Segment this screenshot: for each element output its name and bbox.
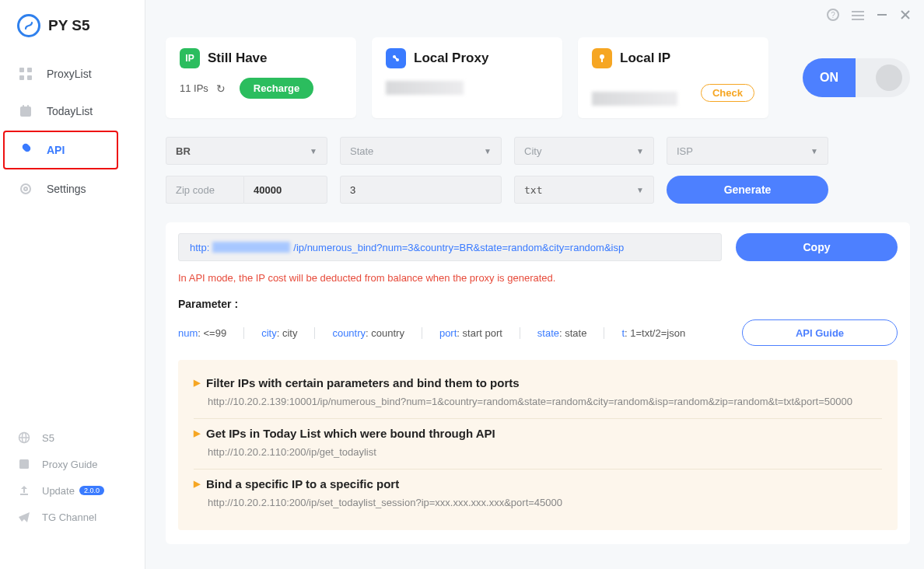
check-button[interactable]: Check — [701, 84, 754, 102]
chevron-down-icon: ▼ — [484, 147, 492, 155]
logo-icon — [17, 14, 40, 37]
refresh-icon[interactable]: ↻ — [216, 82, 226, 95]
api-guide-button[interactable]: API Guide — [742, 319, 898, 346]
toggle-knob — [876, 65, 902, 91]
svg-rect-5 — [20, 106, 31, 110]
main-area: ? IP Still Have 11 IPs ↻ Recharge Local … — [145, 0, 924, 569]
format-select[interactable]: txt ▼ — [514, 176, 654, 204]
sidebar-item-label: TodayList — [47, 105, 93, 117]
bottom-item-proxyguide[interactable]: Proxy Guide — [0, 451, 145, 477]
accordion-url: http://10.20.2.110:200/ip/get_todaylist — [208, 446, 882, 458]
triangle-right-icon: ▶ — [194, 428, 200, 438]
bottom-item-update[interactable]: Update 2.0.0 — [0, 477, 145, 504]
bottom-item-label: S5 — [42, 432, 54, 444]
help-icon[interactable]: ? — [826, 8, 840, 26]
svg-rect-14 — [20, 494, 28, 495]
api-url-display[interactable]: http:/ip/numerous_bind?num=3&country=BR&… — [178, 233, 722, 261]
accordion-toggle[interactable]: ▶ Get IPs in Today List which were bound… — [194, 427, 882, 440]
bottom-item-label: TG Channel — [42, 511, 96, 523]
country-value: BR — [176, 145, 191, 157]
sidebar-item-proxylist[interactable]: ProxyList — [0, 56, 121, 92]
url-suffix: /ip/numerous_bind?num=3&country=BR&state… — [293, 242, 624, 253]
isp-placeholder: ISP — [677, 145, 693, 157]
pin-icon — [592, 48, 612, 68]
svg-rect-3 — [27, 75, 32, 80]
url-prefix: http: — [190, 242, 209, 253]
upload-icon — [17, 483, 31, 497]
bottom-item-label: Update — [42, 485, 75, 497]
app-name: PY S5 — [48, 17, 90, 34]
accordion-url: http://10.20.2.110:200/ip/set_todaylist_… — [208, 497, 882, 508]
update-badge: 2.0.0 — [79, 486, 104, 495]
bottom-item-tgchannel[interactable]: TG Channel — [0, 504, 145, 530]
ips-count: 11 IPs — [180, 82, 208, 94]
bottom-item-s5[interactable]: S5 — [0, 424, 145, 451]
svg-rect-1 — [27, 68, 32, 72]
accordion-toggle[interactable]: ▶ Filter IPs with certain parameters and… — [194, 376, 882, 389]
master-toggle-wrap: ON — [803, 37, 910, 118]
close-icon[interactable] — [899, 9, 912, 25]
minimize-icon[interactable] — [876, 9, 888, 25]
count-input[interactable] — [350, 184, 492, 196]
isp-select[interactable]: ISP ▼ — [667, 137, 828, 165]
state-select[interactable]: State ▼ — [340, 137, 502, 165]
chevron-down-icon: ▼ — [310, 147, 317, 155]
accordion-item: ▶ Bind a specific IP to a specific port … — [194, 469, 882, 519]
bottom-item-label: Proxy Guide — [42, 459, 98, 470]
accordion-title: Get IPs in Today List which were bound t… — [206, 427, 495, 440]
svg-rect-7 — [27, 105, 29, 108]
api-examples: ▶ Filter IPs with certain parameters and… — [178, 360, 898, 530]
sidebar-item-api[interactable]: API — [3, 131, 118, 169]
svg-point-8 — [21, 184, 30, 194]
filter-row-1: BR ▼ State ▼ City ▼ ISP ▼ — [166, 137, 910, 165]
card-title: Still Have — [208, 51, 268, 66]
sidebar-item-settings[interactable]: Settings — [0, 171, 121, 207]
menu-icon[interactable] — [851, 9, 865, 25]
summary-cards: IP Still Have 11 IPs ↻ Recharge Local Pr… — [166, 37, 910, 118]
svg-rect-6 — [23, 105, 24, 108]
plug-icon — [17, 141, 34, 159]
triangle-right-icon: ▶ — [194, 479, 200, 489]
card-still-have: IP Still Have 11 IPs ↻ Recharge — [166, 37, 356, 118]
zip-label: Zip code — [166, 176, 243, 204]
grid-icon — [17, 65, 34, 82]
chevron-down-icon: ▼ — [636, 186, 644, 194]
sidebar-item-label: Settings — [47, 183, 86, 195]
recharge-button[interactable]: Recharge — [240, 78, 313, 99]
state-placeholder: State — [350, 145, 373, 157]
filter-row-2: Zip code txt ▼ Generate — [166, 176, 910, 204]
chevron-down-icon: ▼ — [636, 147, 644, 155]
nav-bottom: S5 Proxy Guide Update 2.0.0 TG Channel — [0, 424, 145, 569]
card-local-proxy: Local Proxy — [372, 37, 562, 118]
card-title: Local Proxy — [414, 51, 488, 66]
svg-text:?: ? — [831, 11, 835, 19]
svg-rect-0 — [19, 68, 24, 72]
sidebar: PY S5 ProxyList TodayList API Settings S… — [0, 0, 145, 569]
sidebar-item-todaylist[interactable]: TodayList — [0, 93, 121, 129]
master-toggle[interactable]: ON — [803, 58, 910, 97]
accordion-item: ▶ Filter IPs with certain parameters and… — [194, 368, 882, 418]
calendar-icon — [17, 103, 34, 120]
gear-icon — [17, 180, 34, 197]
generate-button[interactable]: Generate — [667, 176, 828, 204]
triangle-right-icon: ▶ — [194, 378, 200, 388]
accordion-title: Bind a specific IP to a specific port — [206, 477, 399, 490]
zip-input-group: Zip code — [166, 176, 327, 204]
accordion-toggle[interactable]: ▶ Bind a specific IP to a specific port — [194, 477, 882, 490]
city-select[interactable]: City ▼ — [514, 137, 654, 165]
card-title: Local IP — [620, 51, 670, 66]
accordion-item: ▶ Get IPs in Today List which were bound… — [194, 418, 882, 469]
zip-input[interactable] — [254, 184, 317, 196]
ip-icon: IP — [180, 48, 200, 68]
redacted-proxy-value — [386, 81, 464, 95]
send-icon — [17, 510, 31, 524]
sidebar-item-label: API — [47, 144, 65, 156]
parameter-heading: Parameter : — [178, 298, 898, 310]
svg-rect-27 — [601, 58, 603, 62]
sidebar-item-label: ProxyList — [47, 68, 92, 80]
accordion-url: http://10.20.2.139:10001/ip/numerous_bin… — [208, 396, 882, 407]
book-icon — [17, 457, 31, 471]
country-select[interactable]: BR ▼ — [166, 137, 327, 165]
copy-button[interactable]: Copy — [736, 233, 898, 261]
svg-rect-25 — [394, 56, 398, 61]
